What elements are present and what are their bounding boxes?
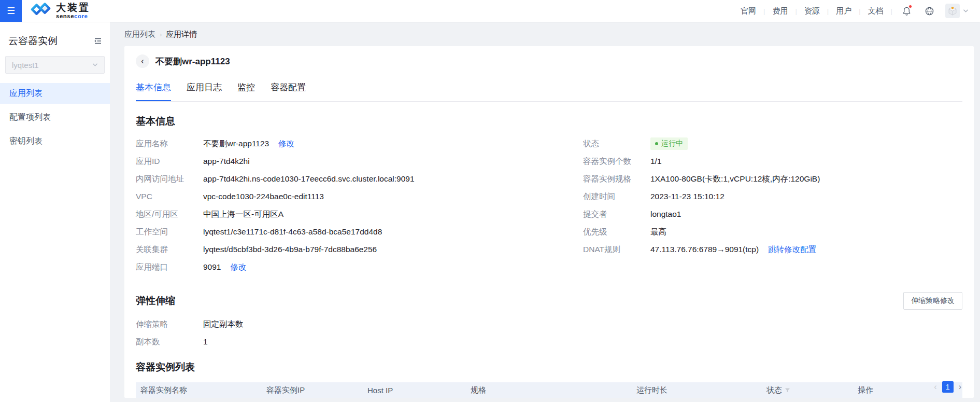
instances-heading: 容器实例列表 [136,361,962,374]
sidebar: 云容器实例 lyqtest1 应用列表 配置项列表 密钥列表 [0,22,110,402]
tab-bar: 基本信息 应用日志 监控 容器配置 [136,81,962,102]
modify-app-port-link[interactable]: 修改 [230,262,246,273]
workspace-select-value: lyqtest1 [12,61,39,70]
tab-app-logs[interactable]: 应用日志 [187,81,222,101]
field-row: 内网访问地址 app-7td4k2hi.ns-code1030-17eecc6d… [136,174,583,184]
field-value: 2023-11-23 15:10:12 [650,192,725,201]
field-value: vpc-code1030-224bae0c-edit1113 [203,192,324,201]
language-globe-icon[interactable] [922,4,936,18]
nav-item-billing[interactable]: 费用 [771,6,789,16]
col-uptime: 运行时长 [632,382,762,398]
col-instance-ip: 容器实例IP [262,382,363,398]
breadcrumb-app-detail: 应用详情 [166,30,197,39]
table-header-row: 容器实例名称 容器实例IP Host IP 规格 运行时长 状态 操作 [136,382,962,398]
filter-funnel-icon[interactable] [785,387,790,393]
nav-item-resources[interactable]: 资源 [803,6,821,16]
basic-info-right-column: 状态 运行中 容器实例个数 1/1 容器实例规格 1XA100-80GB(卡数:… [583,138,962,280]
field-row: 创建时间 2023-11-23 15:10:12 [583,191,962,202]
detail-card: ‹ 不要删wr-app1123 基本信息 应用日志 监控 容器配置 基本信息 应… [124,46,974,398]
field-label: 容器实例个数 [583,156,650,167]
sidebar-item-secret-list[interactable]: 密钥列表 [0,131,110,151]
logo-title: 大装置 [56,3,90,12]
page-title: 不要删wr-app1123 [155,56,230,67]
field-value: 9091 [203,262,221,272]
sidebar-collapse-icon[interactable] [93,36,103,46]
user-account-menu[interactable] [945,4,969,18]
field-row: 工作空间 lyqtest1/c3e1171c-d81f-4c63-a58d-bc… [136,227,583,237]
top-nav: 官网| 费用| 资源| 用户| 文档| [740,4,980,18]
scaling-policy-edit-button[interactable]: 伸缩策略修改 [903,292,962,310]
tab-monitoring[interactable]: 监控 [237,81,255,101]
nav-item-docs[interactable]: 文档 [867,6,885,16]
field-row: DNAT规则 47.113.76.76:6789→9091(tcp) 跳转修改配… [583,244,962,255]
nav-item-official-site[interactable]: 官网 [740,6,757,16]
field-label: 工作空间 [136,227,203,238]
col-spec: 规格 [466,382,632,398]
field-label: DNAT规则 [583,244,650,255]
field-label: 关联集群 [136,244,203,255]
scaling-heading: 弹性伸缩 [136,294,175,308]
workspace-select[interactable]: lyqtest1 [5,56,105,74]
nav-divider: | [859,7,860,15]
logo-mark-icon [30,2,52,20]
sidebar-menu: 应用列表 配置项列表 密钥列表 [0,83,110,151]
field-row: 应用ID app-7td4k2hi [136,156,583,167]
basic-info-grid: 应用名称 不要删wr-app1123 修改 应用ID app-7td4k2hi … [136,138,962,280]
field-label: 应用ID [136,156,203,167]
back-button[interactable]: ‹ [136,54,149,68]
field-row: VPC vpc-code1030-224bae0c-edit1113 [136,191,583,202]
field-row: 状态 运行中 [583,138,962,149]
field-label: 应用端口 [136,262,203,273]
main-content: 应用列表 › 应用详情 ‹ 不要删wr-app1123 基本信息 应用日志 监控… [110,22,980,402]
scaling-fields: 伸缩策略 固定副本数 副本数 1 [136,319,962,347]
dnat-edit-config-link[interactable]: 跳转修改配置 [768,244,816,255]
field-row: 应用端口 9091 修改 [136,262,583,272]
nav-divider: | [827,7,829,15]
breadcrumb-separator: › [160,31,162,38]
field-label: 地区/可用区 [136,209,203,220]
field-row: 提交者 longtao1 [583,209,962,219]
sidebar-item-app-list[interactable]: 应用列表 [0,83,110,104]
field-label: 容器实例规格 [583,174,650,185]
field-label: 创建时间 [583,191,650,202]
prev-page-icon[interactable]: ‹ [934,382,936,392]
hamburger-menu-icon[interactable]: ☰ [0,0,22,22]
modify-app-name-link[interactable]: 修改 [278,138,294,149]
field-label: 状态 [583,138,650,149]
nav-divider: | [795,7,797,15]
nav-divider: | [763,7,765,15]
field-value: 1 [203,337,208,346]
field-value: 不要删wr-app1123 [203,138,269,149]
field-row: 伸缩策略 固定副本数 [136,319,962,329]
field-row: 应用名称 不要删wr-app1123 修改 [136,138,583,149]
field-value: 中国上海一区-可用区A [203,209,283,220]
nav-item-users[interactable]: 用户 [835,6,853,16]
nav-divider: | [891,7,892,15]
col-host-ip: Host IP [363,382,466,398]
current-page[interactable]: 1 [942,381,954,393]
notification-dot [908,5,912,8]
sidebar-item-configmap-list[interactable]: 配置项列表 [0,107,110,128]
notification-bell-icon[interactable] [900,4,913,18]
avatar [945,4,960,18]
sidebar-title: 云容器实例 [8,34,58,48]
field-value: 1XA100-80GB(卡数:1,vCPU:12核,内存:120GiB) [650,174,820,185]
field-label: 应用名称 [136,138,203,149]
field-value: lyqtest/d5cbf3bd-3d26-4b9a-b79f-7dc88ba6… [203,245,377,254]
brand-logo: 大装置 sensecore [30,2,90,20]
next-page-icon[interactable]: › [959,382,961,392]
basic-info-left-column: 应用名称 不要删wr-app1123 修改 应用ID app-7td4k2hi … [136,138,583,280]
breadcrumb: 应用列表 › 应用详情 [124,30,974,39]
tab-basic-info[interactable]: 基本信息 [136,81,171,101]
breadcrumb-app-list[interactable]: 应用列表 [124,30,155,39]
field-row: 副本数 1 [136,337,962,347]
status-badge: 运行中 [650,137,688,150]
field-label: 提交者 [583,209,650,220]
field-label: 副本数 [136,337,203,348]
pagination: ‹ 1 › [934,381,961,393]
top-header: ☰ 大装置 sensecore 官网| 费用| 资源| 用户| 文档| [0,0,980,22]
tab-container-config[interactable]: 容器配置 [271,81,306,101]
field-value: app-7td4k2hi [203,157,250,166]
col-instance-name: 容器实例名称 [136,382,262,398]
field-value: lyqtest1/c3e1171c-d81f-4c63-a58d-bca5e17… [203,227,382,237]
